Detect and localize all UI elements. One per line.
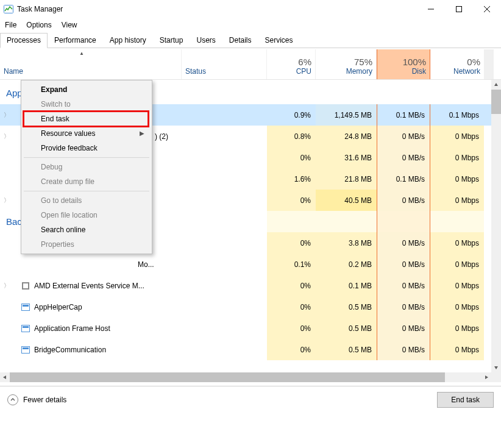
column-name[interactable]: Name xyxy=(0,49,182,79)
horizontal-scrollbar[interactable] xyxy=(0,372,501,382)
tab-performance[interactable]: Performance xyxy=(48,33,103,48)
menu-options[interactable]: Options xyxy=(23,20,57,30)
tab-services[interactable]: Services xyxy=(258,33,300,48)
process-name: ) (2) xyxy=(155,132,168,141)
cell-disk: 0 MB/s xyxy=(377,318,430,339)
process-icon xyxy=(21,302,30,312)
cell-mem: 21.8 MB xyxy=(316,168,377,190)
process-name: AMD External Events Service M... xyxy=(34,282,144,290)
task-manager-icon xyxy=(4,4,13,14)
cell-cpu: 0.9% xyxy=(267,104,316,126)
close-button[interactable] xyxy=(473,0,501,18)
process-name: BridgeCommunication xyxy=(34,346,106,354)
column-headers: Name Status 6% CPU 75% Memory 100% Disk … xyxy=(0,49,501,80)
window-title: Task Manager xyxy=(17,5,417,13)
memory-usage-pct: 75% xyxy=(354,57,372,67)
process-list: Apps (5) Expand Switch to End task Resou… xyxy=(0,80,501,372)
process-row[interactable]: 〉AMD External Events Service M... 0% 0.1… xyxy=(0,275,501,296)
scroll-thumb-h[interactable] xyxy=(10,372,445,382)
ctx-resource-values[interactable]: Resource values ▶ xyxy=(23,126,151,141)
cell-net: 0 Mbps xyxy=(430,275,484,296)
cell-disk: 0 MB/s xyxy=(377,126,430,147)
cell-mem: 0.5 MB xyxy=(316,339,377,360)
tab-users[interactable]: Users xyxy=(190,33,222,48)
network-usage-pct: 0% xyxy=(467,57,480,67)
cell-disk: 0.1 MB/s xyxy=(377,104,430,126)
process-icon xyxy=(21,324,30,333)
cell-disk: 0.1 MB/s xyxy=(377,168,430,190)
process-row[interactable]: Mo... 0.1% 0.2 MB 0 MB/s 0 Mbps xyxy=(0,254,501,275)
maximize-button[interactable] xyxy=(445,0,473,18)
process-icon xyxy=(21,345,30,355)
column-status[interactable]: Status xyxy=(182,49,267,79)
cell-cpu: 0.8% xyxy=(267,126,316,147)
chevron-right-icon: ▶ xyxy=(140,130,144,137)
cell-mem: 40.5 MB xyxy=(316,190,377,211)
chevron-right-icon[interactable]: 〉 xyxy=(2,132,11,141)
vertical-scrollbar[interactable] xyxy=(491,80,501,372)
svg-marker-5 xyxy=(494,83,498,86)
cell-disk: 0 MB/s xyxy=(377,147,430,168)
ctx-separator-1 xyxy=(24,157,149,158)
cell-net: 0 Mbps xyxy=(430,147,484,168)
process-name: Mo... xyxy=(138,260,154,269)
cell-cpu: 0% xyxy=(267,296,316,318)
minimize-button[interactable] xyxy=(417,0,445,18)
process-row[interactable]: 〉Application Frame Host 0% 0.5 MB 0 MB/s… xyxy=(0,318,501,339)
column-disk[interactable]: 100% Disk xyxy=(377,49,430,79)
chevron-right-icon[interactable]: 〉 xyxy=(2,111,11,119)
cell-cpu: 1.6% xyxy=(267,168,316,190)
cell-net: 0 Mbps xyxy=(430,339,484,360)
tab-bar: Processes Performance App history Startu… xyxy=(0,33,501,48)
cell-net: 0.1 Mbps xyxy=(430,104,484,126)
cell-mem: 31.6 MB xyxy=(316,147,377,168)
process-row[interactable]: 〉AppHelperCap 0% 0.5 MB 0 MB/s 0 Mbps xyxy=(0,296,501,318)
scroll-up-icon[interactable] xyxy=(491,80,501,90)
menu-view[interactable]: View xyxy=(58,20,84,30)
cell-mem: 3.8 MB xyxy=(316,232,377,254)
ctx-switch-to: Switch to xyxy=(23,97,151,112)
ctx-separator-2 xyxy=(24,191,149,191)
ctx-debug: Debug xyxy=(23,160,151,174)
scroll-left-icon[interactable] xyxy=(0,372,10,382)
cell-cpu: 0% xyxy=(267,339,316,360)
tab-details[interactable]: Details xyxy=(222,33,258,48)
cell-mem: 1,149.5 MB xyxy=(316,104,377,126)
cpu-usage-pct: 6% xyxy=(298,57,311,67)
ctx-expand[interactable]: Expand xyxy=(23,82,151,97)
cell-disk: 0 MB/s xyxy=(377,339,430,360)
end-task-button[interactable]: End task xyxy=(437,392,494,408)
cell-net: 0 Mbps xyxy=(430,296,484,318)
chevron-right-icon[interactable]: 〉 xyxy=(2,282,11,290)
cell-cpu: 0.1% xyxy=(267,254,316,275)
fewer-details-label: Fewer details xyxy=(23,396,66,404)
ctx-provide-feedback[interactable]: Provide feedback xyxy=(23,141,151,155)
process-row[interactable]: 〉BridgeCommunication 0% 0.5 MB 0 MB/s 0 … xyxy=(0,339,501,360)
cell-mem: 0.5 MB xyxy=(316,318,377,339)
svg-rect-2 xyxy=(457,7,462,12)
svg-marker-6 xyxy=(494,366,498,369)
ctx-search-online[interactable]: Search online xyxy=(23,222,151,237)
tab-app-history[interactable]: App history xyxy=(103,33,153,48)
cell-mem: 0.1 MB xyxy=(316,275,377,296)
disk-usage-pct: 100% xyxy=(403,57,426,67)
menubar: File Options View xyxy=(0,18,501,32)
scroll-thumb[interactable] xyxy=(491,90,501,114)
fewer-details-button[interactable]: Fewer details xyxy=(7,394,66,405)
scroll-down-icon[interactable] xyxy=(491,363,501,372)
cell-net: 0 Mbps xyxy=(430,254,484,275)
column-memory[interactable]: 75% Memory xyxy=(316,49,377,79)
ctx-go-to-details: Go to details xyxy=(23,193,151,208)
menu-file[interactable]: File xyxy=(1,20,23,30)
chevron-right-icon[interactable]: 〉 xyxy=(2,196,11,205)
cell-disk: 0 MB/s xyxy=(377,296,430,318)
cell-cpu: 0% xyxy=(267,275,316,296)
ctx-properties: Properties xyxy=(23,237,151,252)
tab-processes[interactable]: Processes xyxy=(0,33,48,48)
scroll-right-icon[interactable] xyxy=(481,372,491,382)
column-network[interactable]: 0% Network xyxy=(430,49,484,79)
ctx-end-task[interactable]: End task xyxy=(23,112,151,126)
column-cpu[interactable]: 6% CPU xyxy=(267,49,316,79)
tab-startup[interactable]: Startup xyxy=(153,33,190,48)
cell-disk: 0 MB/s xyxy=(377,254,430,275)
